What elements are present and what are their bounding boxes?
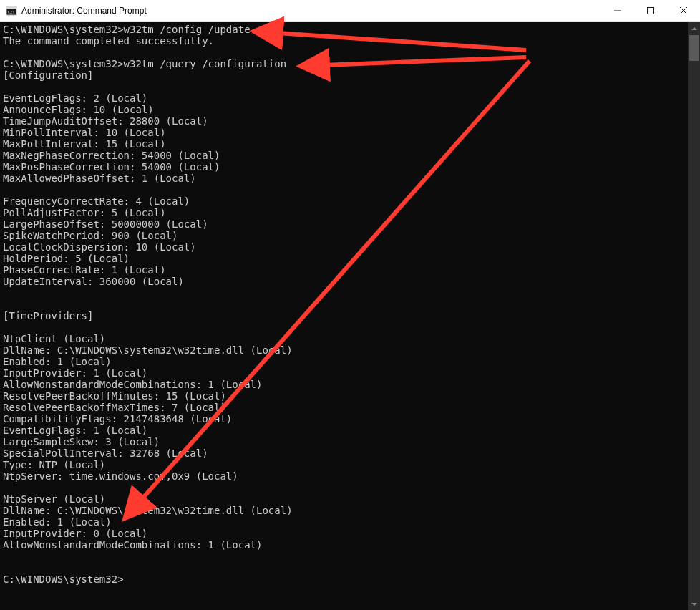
terminal-output[interactable]: C:\WINDOWS\system32>w32tm /config /updat… [0, 22, 688, 610]
console-area: C:\WINDOWS\system32>w32tm /config /updat… [0, 22, 700, 610]
close-button[interactable] [667, 0, 700, 21]
cmd-icon: C:\ [6, 5, 17, 16]
scrollbar-thumb[interactable] [689, 35, 699, 61]
vertical-scrollbar[interactable] [688, 22, 700, 610]
minimize-button[interactable] [601, 0, 634, 21]
scroll-up-button[interactable] [688, 22, 700, 34]
svg-rect-1 [6, 6, 16, 9]
window-controls [601, 0, 700, 21]
maximize-button[interactable] [634, 0, 667, 21]
svg-text:C:\: C:\ [8, 9, 14, 15]
window-title: Administrator: Command Prompt [21, 6, 601, 16]
command-prompt-window: C:\ Administrator: Command Prompt C:\WIN… [0, 0, 700, 610]
svg-rect-4 [648, 8, 654, 14]
titlebar[interactable]: C:\ Administrator: Command Prompt [0, 0, 700, 22]
scroll-down-button[interactable] [688, 598, 700, 610]
